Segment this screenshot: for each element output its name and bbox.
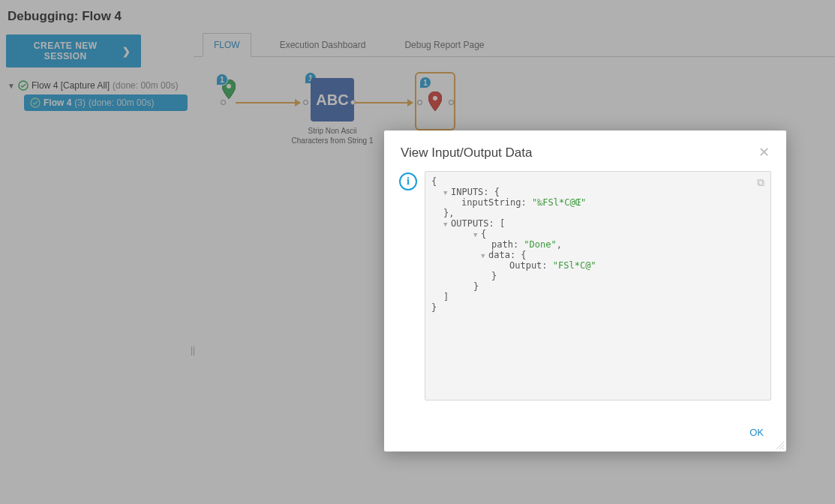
close-icon[interactable]: ✕	[758, 146, 770, 159]
collapse-caret-icon[interactable]: ▼	[443, 189, 451, 196]
io-data-modal: View Input/Output Data ✕ i ⧉ { ▼INPUTS: …	[384, 130, 786, 452]
modal-title: View Input/Output Data	[401, 146, 532, 160]
json-viewer[interactable]: ⧉ { ▼INPUTS: { inputString: "‰FSl*C@Œ" }…	[425, 171, 771, 400]
collapse-caret-icon[interactable]: ▼	[443, 220, 451, 228]
info-icon: i	[399, 172, 417, 190]
collapse-caret-icon[interactable]: ▼	[481, 252, 488, 260]
collapse-caret-icon[interactable]: ▼	[473, 231, 481, 238]
ok-button[interactable]: OK	[743, 424, 770, 441]
copy-icon[interactable]: ⧉	[757, 176, 764, 189]
